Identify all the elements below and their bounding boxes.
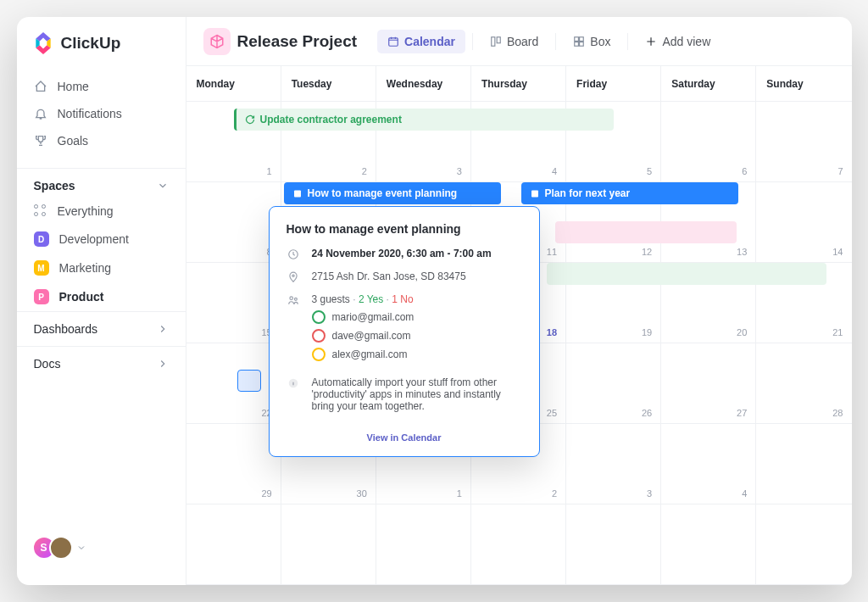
calendar-cell[interactable] — [281, 504, 376, 585]
guest-row: mario@gmail.com — [312, 310, 522, 324]
nav-goals[interactable]: Goals — [24, 127, 179, 154]
chevron-down-icon — [76, 543, 86, 553]
calendar-cell[interactable] — [376, 504, 471, 585]
svg-rect-6 — [580, 42, 584, 46]
day-header: Monday — [186, 66, 281, 101]
nav-label: Notifications — [58, 107, 122, 120]
event-lgreen[interactable] — [547, 263, 826, 285]
day-header: Saturday — [661, 66, 756, 101]
calendar-cell[interactable]: 29 — [186, 424, 281, 504]
calendar-cell[interactable] — [186, 504, 281, 585]
spaces-header[interactable]: Spaces — [17, 168, 186, 198]
nav-label: Home — [58, 80, 89, 93]
project-icon — [203, 28, 231, 55]
user-avatars[interactable]: S — [17, 526, 186, 570]
event-next-year[interactable]: Plan for next year — [521, 182, 738, 204]
event-pink[interactable] — [555, 221, 737, 243]
sidebar-item-marketing[interactable]: M Marketing — [17, 254, 186, 282]
event-popup: How to manage event planning 24 November… — [269, 206, 540, 457]
date-number: 5 — [647, 166, 652, 176]
svg-rect-1 — [492, 36, 495, 46]
tab-box[interactable]: Box — [563, 30, 620, 53]
tab-calendar[interactable]: Calendar — [377, 30, 465, 53]
guest-row: dave@gmail.com — [312, 329, 522, 343]
calendar-cell[interactable]: 27 — [661, 343, 756, 424]
nav-notifications[interactable]: Notifications — [24, 100, 179, 127]
sidebar-item-development[interactable]: D Development — [17, 225, 186, 254]
people-icon — [287, 294, 300, 306]
date-number: 1 — [267, 166, 272, 176]
brand-name: ClickUp — [61, 34, 121, 53]
logo[interactable]: ClickUp — [17, 32, 186, 66]
day-header: Thursday — [471, 66, 566, 101]
add-view-button[interactable]: Add view — [635, 30, 721, 53]
calendar-cell[interactable]: 4 — [661, 424, 756, 504]
calendar-cell[interactable] — [566, 504, 661, 585]
sidebar-docs[interactable]: Docs — [17, 346, 186, 381]
calendar-small-icon — [292, 188, 303, 198]
space-badge: D — [34, 231, 49, 247]
date-number: 6 — [742, 166, 747, 176]
nav-home[interactable]: Home — [24, 73, 179, 100]
svg-rect-4 — [580, 36, 584, 41]
tab-board[interactable]: Board — [480, 30, 548, 53]
chevron-right-icon — [157, 323, 169, 335]
calendar-cell[interactable]: 8 — [186, 182, 281, 263]
day-header: Tuesday — [281, 66, 376, 101]
calendar-cell[interactable]: 22 — [186, 343, 281, 424]
cube-icon — [209, 34, 225, 49]
calendar-cell[interactable]: 6 — [661, 102, 756, 182]
date-number: 26 — [642, 408, 652, 418]
date-number: 2 — [362, 166, 367, 176]
trophy-icon — [34, 134, 47, 148]
clickup-logo-icon — [32, 32, 54, 54]
calendar-cell[interactable]: 28 — [756, 343, 851, 424]
chevron-right-icon — [157, 358, 169, 370]
date-number: 1 — [457, 488, 462, 499]
clock-icon — [287, 248, 300, 260]
status-dot — [312, 329, 326, 343]
date-number: 3 — [457, 166, 462, 176]
date-number: 4 — [742, 488, 747, 499]
date-number: 4 — [552, 166, 557, 176]
board-icon — [490, 36, 502, 47]
calendar-small-icon — [530, 188, 540, 198]
date-number: 18 — [547, 327, 557, 337]
calendar-cell[interactable] — [756, 504, 851, 585]
project-title: Release Project — [237, 32, 358, 51]
sidebar-item-everything[interactable]: Everything — [17, 198, 186, 225]
day-header: Wednesday — [376, 66, 471, 101]
calendar-icon — [387, 36, 399, 47]
calendar-cell[interactable] — [471, 504, 566, 585]
calendar-cell[interactable] — [661, 504, 756, 585]
box-icon — [573, 36, 585, 47]
refresh-icon — [245, 114, 255, 125]
calendar-cell[interactable] — [756, 424, 851, 504]
date-number: 27 — [737, 408, 747, 418]
popup-title: How to manage event planning — [287, 222, 522, 236]
date-number: 21 — [832, 327, 843, 337]
date-number: 2 — [552, 488, 557, 499]
date-number: 11 — [547, 247, 557, 257]
calendar-cell[interactable]: 15 — [186, 263, 281, 343]
day-header: Sunday — [756, 66, 851, 101]
date-number: 3 — [647, 488, 652, 499]
event-contractor[interactable]: Update contractor agreement — [234, 109, 614, 131]
event-lblue[interactable] — [237, 370, 261, 392]
calendar-cell[interactable]: 26 — [566, 343, 661, 424]
calendar-cell[interactable]: 3 — [566, 424, 661, 504]
calendar-cell[interactable]: 14 — [756, 182, 851, 263]
space-badge: M — [34, 260, 49, 276]
avatar — [49, 536, 73, 560]
svg-rect-2 — [497, 36, 500, 42]
home-icon — [34, 80, 47, 93]
svg-rect-8 — [531, 191, 538, 198]
sidebar-dashboards[interactable]: Dashboards — [17, 311, 186, 346]
date-number: 25 — [547, 408, 557, 418]
day-header: Friday — [566, 66, 661, 101]
event-planning[interactable]: How to manage event planning — [284, 182, 501, 204]
svg-rect-3 — [575, 36, 579, 41]
view-in-calendar-link[interactable]: View in Calendar — [287, 422, 522, 448]
sidebar-item-product[interactable]: P Product — [17, 282, 186, 311]
calendar-cell[interactable]: 7 — [756, 102, 851, 182]
